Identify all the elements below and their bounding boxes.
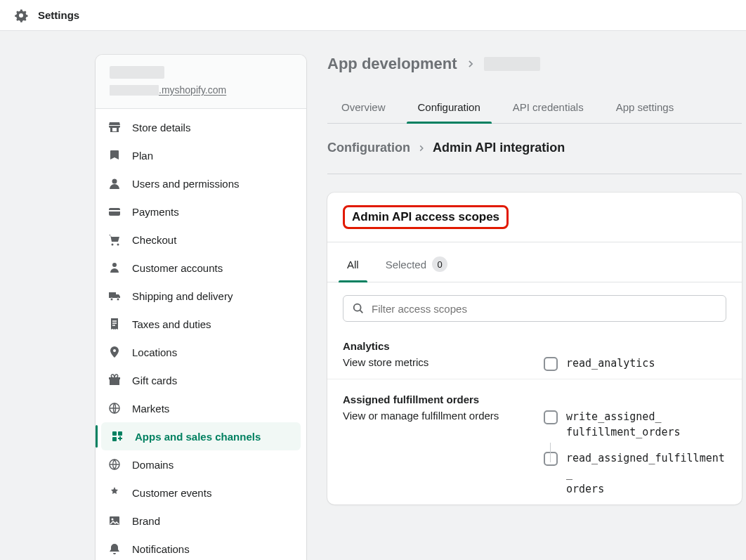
sidebar-item-payments[interactable]: Payments bbox=[96, 197, 306, 226]
sidebar-item-plan[interactable]: Plan bbox=[96, 141, 306, 169]
scope-tab-selected[interactable]: Selected0 bbox=[381, 252, 452, 282]
search-input[interactable] bbox=[372, 303, 717, 315]
scope-group-title: Assigned fulfillment orders bbox=[343, 393, 726, 405]
scope-checkbox[interactable] bbox=[544, 410, 558, 424]
scope-tab-count-badge: 0 bbox=[432, 256, 447, 272]
scope-tab-label: Selected bbox=[386, 259, 426, 271]
svg-point-6 bbox=[110, 298, 113, 301]
breadcrumb-config-current: Admin API integration bbox=[433, 141, 565, 155]
breadcrumb-config-parent[interactable]: Configuration bbox=[327, 141, 410, 155]
sidebar-item-notifications[interactable]: Notifications bbox=[96, 535, 306, 560]
store-domain[interactable]: .myshopify.com bbox=[110, 84, 292, 96]
sidebar-item-label: Gift cards bbox=[132, 375, 177, 386]
scopes-card: Admin API access scopes AllSelected0 Ana… bbox=[327, 193, 742, 504]
sidebar-item-label: Domains bbox=[132, 459, 174, 471]
svg-rect-13 bbox=[112, 437, 117, 441]
chevron-right-icon bbox=[466, 59, 476, 69]
events-icon bbox=[107, 485, 122, 500]
scope-group: Analytics View store metrics read_analyt… bbox=[327, 326, 742, 379]
locations-icon bbox=[107, 344, 122, 360]
sidebar-item-customer-events[interactable]: Customer events bbox=[96, 478, 306, 507]
sidebar-item-customer-accounts[interactable]: Customer accounts bbox=[96, 254, 306, 282]
sidebar-item-label: Shipping and delivery bbox=[132, 290, 233, 302]
gear-icon bbox=[14, 8, 28, 22]
scope-option: write_assigned_fulfillment_orders bbox=[544, 410, 726, 441]
svg-rect-2 bbox=[109, 210, 120, 211]
store-domain-redacted bbox=[110, 85, 159, 96]
svg-point-0 bbox=[112, 179, 117, 184]
breadcrumb-top-label[interactable]: App development bbox=[327, 55, 457, 73]
tab-app-settings[interactable]: App settings bbox=[615, 94, 676, 123]
scopes-card-header: Admin API access scopes bbox=[327, 193, 742, 242]
main-content: App development OverviewConfigurationAPI… bbox=[327, 55, 746, 560]
sidebar-item-taxes[interactable]: Taxes and duties bbox=[96, 310, 306, 338]
sidebar-item-label: Brand bbox=[132, 515, 160, 527]
sidebar-item-label: Store details bbox=[132, 122, 190, 134]
notifications-icon bbox=[107, 541, 122, 556]
sidebar-item-label: Notifications bbox=[132, 543, 190, 555]
scope-group-title: Analytics bbox=[343, 340, 726, 352]
svg-point-7 bbox=[117, 298, 119, 301]
search-icon bbox=[352, 302, 365, 315]
scopes-card-title-highlight: Admin API access scopes bbox=[343, 205, 509, 229]
scope-code: write_assigned_fulfillment_orders bbox=[566, 410, 681, 441]
scope-group: Assigned fulfillment orders View or mana… bbox=[327, 379, 742, 504]
topbar: Settings bbox=[0, 0, 746, 31]
svg-rect-12 bbox=[118, 431, 122, 436]
breadcrumb-config: Configuration Admin API integration bbox=[327, 141, 742, 174]
scope-checkbox[interactable] bbox=[544, 452, 558, 466]
sidebar-item-locations[interactable]: Locations bbox=[96, 338, 306, 366]
scope-group-desc: View or manage fulfillment orders bbox=[343, 410, 535, 422]
sidebar-item-store-details[interactable]: Store details bbox=[96, 113, 306, 141]
sidebar-item-users[interactable]: Users and permissions bbox=[96, 169, 306, 197]
scopes-card-title: Admin API access scopes bbox=[352, 210, 499, 223]
page: .myshopify.com Store detailsPlanUsers an… bbox=[0, 31, 746, 560]
domains-icon bbox=[107, 457, 122, 472]
scope-options: write_assigned_fulfillment_orders read_a… bbox=[544, 410, 726, 497]
svg-point-17 bbox=[354, 304, 361, 311]
markets-icon bbox=[107, 401, 122, 416]
checkout-icon bbox=[107, 232, 122, 247]
search-wrap bbox=[327, 282, 742, 326]
svg-point-4 bbox=[117, 244, 119, 246]
app-tabs: OverviewConfigurationAPI credentialsApp … bbox=[327, 94, 742, 124]
tab-api-credentials[interactable]: API credentials bbox=[511, 94, 585, 123]
sidebar-item-domains[interactable]: Domains bbox=[96, 450, 306, 478]
search-box[interactable] bbox=[343, 295, 726, 322]
sidebar-item-label: Locations bbox=[132, 346, 177, 358]
sidebar-item-label: Plan bbox=[132, 150, 153, 162]
sidebar-item-shipping[interactable]: Shipping and delivery bbox=[96, 282, 306, 310]
sidebar-item-label: Users and permissions bbox=[132, 178, 240, 190]
sidebar-item-label: Markets bbox=[132, 403, 169, 415]
sidebar-item-label: Customer events bbox=[132, 487, 211, 499]
brand-icon bbox=[107, 513, 122, 528]
tab-configuration[interactable]: Configuration bbox=[417, 94, 482, 123]
scope-tab-all[interactable]: All bbox=[343, 252, 363, 282]
chevron-right-icon bbox=[417, 144, 426, 152]
sidebar-item-checkout[interactable]: Checkout bbox=[96, 226, 306, 254]
sidebar-item-gift-cards[interactable]: Gift cards bbox=[96, 366, 306, 394]
scope-code: read_analytics bbox=[566, 356, 655, 372]
sidebar-item-label: Checkout bbox=[132, 234, 176, 246]
scope-options: read_analytics bbox=[544, 356, 726, 372]
svg-rect-11 bbox=[112, 431, 117, 436]
topbar-title: Settings bbox=[38, 9, 79, 21]
sidebar-item-brand[interactable]: Brand bbox=[96, 507, 306, 535]
scope-row: View or manage fulfillment orders write_… bbox=[343, 410, 726, 497]
scope-option: read_analytics bbox=[544, 356, 726, 372]
settings-sidebar: .myshopify.com Store detailsPlanUsers an… bbox=[96, 55, 306, 560]
breadcrumb-top: App development bbox=[327, 55, 742, 73]
scope-checkbox[interactable] bbox=[544, 357, 558, 371]
store-header[interactable]: .myshopify.com bbox=[96, 55, 306, 109]
tab-overview[interactable]: Overview bbox=[340, 94, 387, 123]
svg-point-5 bbox=[112, 263, 117, 267]
users-icon bbox=[107, 176, 122, 191]
scope-code: read_assigned_fulfillment_orders bbox=[566, 451, 726, 497]
sidebar-item-label: Apps and sales channels bbox=[135, 431, 261, 443]
shipping-icon bbox=[107, 288, 122, 304]
sidebar-item-markets[interactable]: Markets bbox=[96, 394, 306, 422]
sidebar-item-label: Taxes and duties bbox=[132, 318, 211, 330]
settings-nav: Store detailsPlanUsers and permissionsPa… bbox=[96, 109, 306, 560]
scope-tabs: AllSelected0 bbox=[327, 242, 742, 282]
sidebar-item-apps[interactable]: Apps and sales channels bbox=[101, 422, 301, 450]
